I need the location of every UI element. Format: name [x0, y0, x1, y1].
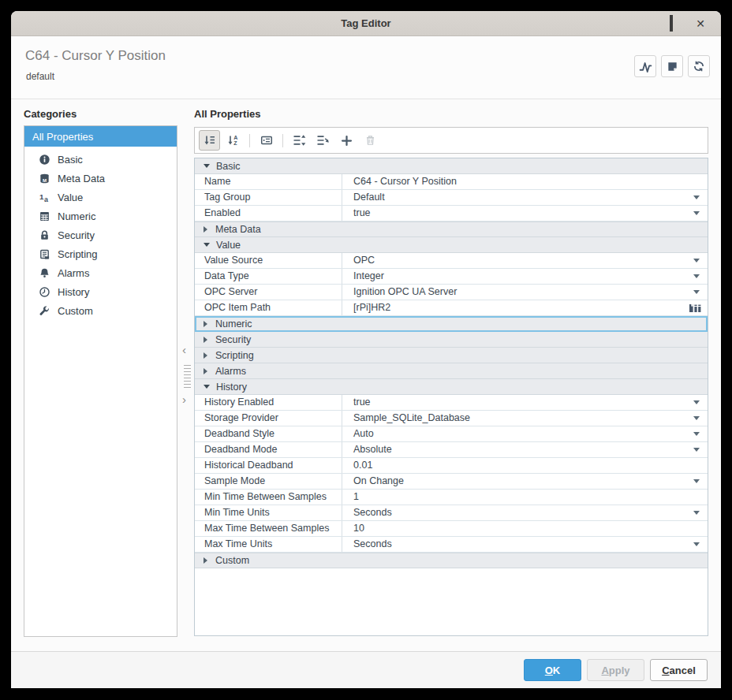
browse-tags-icon[interactable] — [689, 303, 702, 314]
property-row-deadband-mode[interactable]: Deadband ModeAbsolute — [195, 442, 708, 458]
minimize-button[interactable] — [636, 17, 648, 30]
property-value-storage-provider[interactable]: Sample_SQLite_Database — [342, 411, 708, 426]
categories-heading: Categories — [24, 108, 77, 120]
expand-all-button[interactable] — [289, 130, 310, 151]
property-row-max-time-units[interactable]: Max Time UnitsSeconds — [195, 537, 708, 553]
property-value-historical-deadband[interactable]: 0.01 — [342, 458, 708, 473]
chevron-down-icon[interactable] — [693, 259, 700, 262]
property-row-opc-item-path[interactable]: OPC Item Path[rPi]HR2 — [195, 300, 708, 316]
property-row-tag-group[interactable]: Tag GroupDefault — [195, 190, 708, 206]
property-row-name[interactable]: NameC64 - Cursor Y Position — [195, 174, 708, 190]
property-row-value-source[interactable]: Value SourceOPC — [195, 253, 708, 269]
sidebar-item-value[interactable]: 1aValue — [24, 188, 177, 207]
sidebar-item-security[interactable]: Security — [24, 225, 177, 244]
property-row-data-type[interactable]: Data TypeInteger — [195, 269, 708, 285]
property-label: Min Time Units — [195, 505, 342, 520]
property-value-text: Seconds — [353, 538, 392, 549]
section-header-meta-data[interactable]: Meta Data — [195, 222, 708, 237]
property-label: Name — [195, 174, 342, 189]
section-header-numeric[interactable]: Numeric — [195, 316, 708, 332]
sidebar-item-numeric[interactable]: Numeric — [24, 207, 177, 225]
chevron-down-icon[interactable] — [693, 511, 700, 515]
property-value-opc-server[interactable]: Ignition OPC UA Server — [342, 285, 708, 300]
property-value-opc-item-path[interactable]: [rPi]HR2 — [342, 300, 708, 315]
section-header-history[interactable]: History — [195, 379, 708, 395]
section-header-alarms[interactable]: Alarms — [195, 363, 708, 379]
sort-defined-order-button[interactable] — [199, 130, 220, 151]
close-button[interactable]: ✕ — [694, 17, 707, 30]
collapse-left-chevron-icon[interactable]: ‹ — [182, 344, 186, 356]
property-value-deadband-mode[interactable]: Absolute — [342, 442, 708, 457]
section-label: History — [216, 382, 247, 393]
chevron-down-icon[interactable] — [693, 542, 700, 546]
collapse-all-button[interactable] — [312, 130, 334, 151]
property-row-min-time-units[interactable]: Min Time UnitsSeconds — [195, 505, 708, 521]
chevron-down-icon[interactable] — [693, 274, 700, 278]
property-value-history-enabled[interactable]: true — [342, 395, 708, 410]
all-properties-heading: All Properties — [194, 108, 261, 120]
splitter-grip[interactable] — [184, 365, 191, 389]
section-label: Security — [215, 334, 251, 345]
chevron-down-icon[interactable] — [693, 448, 700, 452]
maximize-button[interactable] — [665, 17, 678, 30]
cancel-button[interactable]: Cancel — [650, 659, 708, 681]
property-value-text: Default — [353, 192, 385, 203]
sidebar-item-basic[interactable]: Basic — [24, 150, 177, 169]
section-header-basic[interactable]: Basic — [195, 158, 708, 174]
section-header-custom[interactable]: Custom — [195, 553, 708, 568]
chevron-down-icon[interactable] — [693, 195, 700, 199]
property-value-value-source[interactable]: OPC — [342, 253, 708, 268]
property-value-min-time-between-samples[interactable]: 1 — [342, 490, 708, 505]
ok-button[interactable]: OK — [524, 659, 581, 681]
diagnostics-button[interactable] — [634, 55, 656, 77]
editor-view-button[interactable] — [256, 130, 277, 151]
chevron-down-icon[interactable] — [693, 479, 700, 483]
property-row-historical-deadband[interactable]: Historical Deadband0.01 — [195, 458, 708, 474]
collapse-right-chevron-icon[interactable]: › — [182, 393, 186, 405]
collapse-all-icon — [316, 134, 330, 147]
section-header-scripting[interactable]: Scripting — [195, 348, 708, 363]
property-row-history-enabled[interactable]: History Enabledtrue — [195, 395, 708, 411]
sidebar-item-all-properties[interactable]: All Properties — [24, 126, 177, 147]
sidebar-item-history[interactable]: History — [24, 282, 177, 301]
sidebar-item-alarms[interactable]: Alarms — [24, 263, 177, 282]
property-row-deadband-style[interactable]: Deadband StyleAuto — [195, 426, 708, 442]
property-value-tag-group[interactable]: Default — [342, 190, 708, 205]
section-header-security[interactable]: Security — [195, 332, 708, 348]
chevron-down-icon[interactable] — [693, 290, 700, 294]
property-value-name[interactable]: C64 - Cursor Y Position — [342, 174, 708, 189]
sidebar-item-scripting[interactable]: Scripting — [24, 244, 177, 263]
chevron-down-icon[interactable] — [693, 432, 700, 436]
chevron-down-icon[interactable] — [693, 400, 700, 404]
property-value-enabled[interactable]: true — [342, 206, 708, 221]
refresh-icon — [693, 60, 705, 73]
property-row-enabled[interactable]: Enabledtrue — [195, 206, 708, 222]
add-property-button[interactable] — [336, 130, 357, 151]
property-value-deadband-style[interactable]: Auto — [342, 426, 708, 441]
property-value-max-time-between-samples[interactable]: 10 — [342, 521, 708, 536]
property-value-data-type[interactable]: Integer — [342, 269, 708, 284]
sidebar-item-meta-data[interactable]: MMeta Data — [24, 169, 177, 188]
delete-property-button[interactable] — [360, 130, 381, 151]
property-row-opc-server[interactable]: OPC ServerIgnition OPC UA Server — [195, 285, 708, 300]
property-row-sample-mode[interactable]: Sample ModeOn Change — [195, 474, 708, 490]
section-header-value[interactable]: Value — [195, 237, 708, 253]
chevron-collapsed-icon — [204, 557, 207, 564]
chevron-down-icon[interactable] — [693, 416, 700, 420]
dialog-content: Categories All PropertiesBasicMMeta Data… — [11, 99, 721, 651]
property-row-storage-provider[interactable]: Storage ProviderSample_SQLite_Database — [195, 411, 708, 426]
property-value-sample-mode[interactable]: On Change — [342, 474, 708, 489]
documentation-button[interactable] — [661, 55, 683, 77]
apply-button[interactable]: Apply — [587, 659, 644, 681]
property-value-min-time-units[interactable]: Seconds — [342, 505, 708, 520]
sidebar-item-custom[interactable]: Custom — [24, 301, 177, 320]
property-value-max-time-units[interactable]: Seconds — [342, 537, 708, 552]
refresh-button[interactable] — [688, 55, 710, 77]
dialog-footer: OKApplyCancel — [11, 651, 721, 688]
chevron-down-icon[interactable] — [693, 211, 700, 215]
property-row-min-time-between-samples[interactable]: Min Time Between Samples1 — [195, 490, 708, 505]
property-value-text: C64 - Cursor Y Position — [353, 176, 457, 187]
pane-splitter[interactable]: ‹ › — [179, 99, 193, 651]
property-row-max-time-between-samples[interactable]: Max Time Between Samples10 — [195, 521, 708, 537]
sort-alphabetical-button[interactable]: AZ — [222, 130, 244, 151]
